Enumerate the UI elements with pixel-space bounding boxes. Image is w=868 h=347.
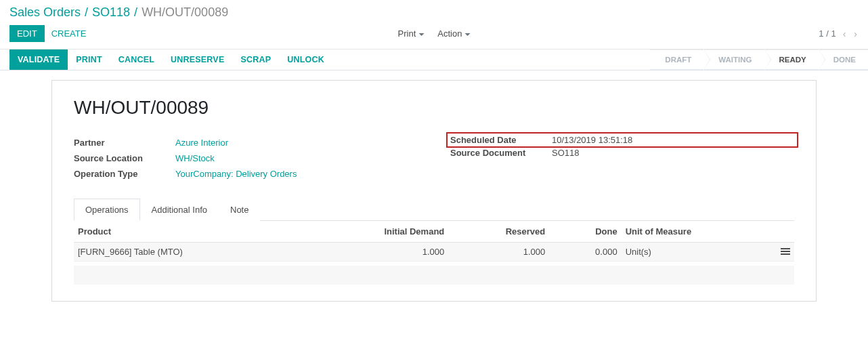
breadcrumb-root[interactable]: Sales Orders	[9, 5, 81, 20]
print-dropdown[interactable]: Print	[393, 26, 430, 41]
action-dropdown[interactable]: Action	[432, 26, 475, 41]
unlock-button[interactable]: UNLOCK	[279, 49, 332, 70]
breadcrumb-parent[interactable]: SO118	[92, 5, 130, 20]
operation-type-label: Operation Type	[74, 169, 175, 179]
cell-done: 0.000	[549, 243, 621, 262]
partner-label: Partner	[74, 138, 175, 148]
col-product[interactable]: Product	[74, 221, 347, 243]
breadcrumb-sep: /	[85, 5, 88, 20]
col-done[interactable]: Done	[549, 221, 621, 243]
statusbar: DRAFT WAITING READY DONE	[650, 49, 868, 70]
cell-uom: Unit(s)	[622, 243, 766, 262]
breadcrumb: Sales Orders / SO118 / WH/OUT/00089	[9, 5, 228, 20]
breadcrumb-row: Sales Orders / SO118 / WH/OUT/00089	[0, 0, 868, 20]
breadcrumb-sep: /	[134, 5, 137, 20]
cell-reserved: 1.000	[448, 243, 549, 262]
pager-next-icon[interactable]: ›	[852, 27, 859, 41]
col-uom[interactable]: Unit of Measure	[622, 221, 766, 243]
create-button[interactable]: CREATE	[45, 26, 93, 41]
top-controls: EDIT CREATE Print Action 1 / 1 ‹ ›	[0, 20, 868, 49]
status-done[interactable]: DONE	[819, 49, 868, 70]
field-partner: Partner Azure Interior	[74, 135, 418, 150]
scrap-button[interactable]: SCRAP	[232, 49, 279, 70]
breadcrumb-current: WH/OUT/00089	[142, 5, 228, 20]
cancel-button[interactable]: CANCEL	[110, 49, 162, 70]
toolbar-row: VALIDATE PRINT CANCEL UNRESERVE SCRAP UN…	[0, 49, 868, 70]
operation-type-value[interactable]: YourCompany: Delivery Orders	[175, 169, 418, 179]
pager-prev-icon[interactable]: ‹	[842, 27, 848, 41]
cell-initial: 1.000	[347, 243, 448, 262]
field-operation-type: Operation Type YourCompany: Delivery Ord…	[74, 166, 418, 182]
table-header-row: Product Initial Demand Reserved Done Uni…	[74, 221, 794, 243]
operations-table: Product Initial Demand Reserved Done Uni…	[74, 221, 794, 262]
center-tools: Print Action	[393, 26, 476, 41]
status-draft[interactable]: DRAFT	[650, 49, 703, 70]
pager: 1 / 1 ‹ ›	[819, 27, 859, 41]
print-button[interactable]: PRINT	[68, 49, 110, 70]
tab-note[interactable]: Note	[219, 199, 260, 221]
field-source-document: Source Document SO118	[450, 145, 794, 161]
field-source-location: Source Location WH/Stock	[74, 150, 418, 166]
record-title: WH/OUT/00089	[74, 97, 794, 119]
field-columns: Partner Azure Interior Source Location W…	[74, 135, 794, 182]
validate-button[interactable]: VALIDATE	[9, 49, 68, 70]
source-document-label: Source Document	[450, 148, 552, 158]
unreserve-button[interactable]: UNRESERVE	[162, 49, 232, 70]
cell-row-actions[interactable]	[765, 243, 794, 262]
scheduled-date-value: 10/13/2019 13:51:18	[552, 135, 794, 145]
tabs: Operations Additional Info Note	[74, 198, 794, 221]
source-document-value: SO118	[552, 148, 794, 158]
field-col-left: Partner Azure Interior Source Location W…	[74, 135, 418, 182]
edit-button[interactable]: EDIT	[9, 25, 45, 42]
operations-table-wrap: Product Initial Demand Reserved Done Uni…	[74, 221, 794, 285]
tab-operations[interactable]: Operations	[74, 199, 140, 221]
col-reserved[interactable]: Reserved	[448, 221, 549, 243]
source-location-value[interactable]: WH/Stock	[175, 153, 418, 163]
toolbar-left: VALIDATE PRINT CANCEL UNRESERVE SCRAP UN…	[9, 49, 332, 70]
status-ready[interactable]: READY	[764, 49, 819, 70]
col-actions	[765, 221, 794, 243]
scheduled-date-label: Scheduled Date	[450, 135, 552, 145]
list-icon[interactable]	[781, 248, 790, 255]
col-initial-demand[interactable]: Initial Demand	[347, 221, 448, 243]
pager-text: 1 / 1	[819, 28, 836, 39]
table-footer-spacer	[74, 266, 794, 285]
form-sheet: WH/OUT/00089 Partner Azure Interior Sour…	[51, 80, 817, 302]
sheet-wrap: WH/OUT/00089 Partner Azure Interior Sour…	[0, 70, 868, 302]
partner-value[interactable]: Azure Interior	[175, 138, 418, 148]
source-location-label: Source Location	[74, 153, 175, 163]
table-row[interactable]: [FURN_9666] Table (MTO) 1.000 1.000 0.00…	[74, 243, 794, 262]
tab-additional-info[interactable]: Additional Info	[140, 199, 219, 221]
cell-product: [FURN_9666] Table (MTO)	[74, 243, 347, 262]
field-col-right: Scheduled Date 10/13/2019 13:51:18 Sourc…	[450, 135, 794, 182]
status-waiting[interactable]: WAITING	[703, 49, 764, 70]
